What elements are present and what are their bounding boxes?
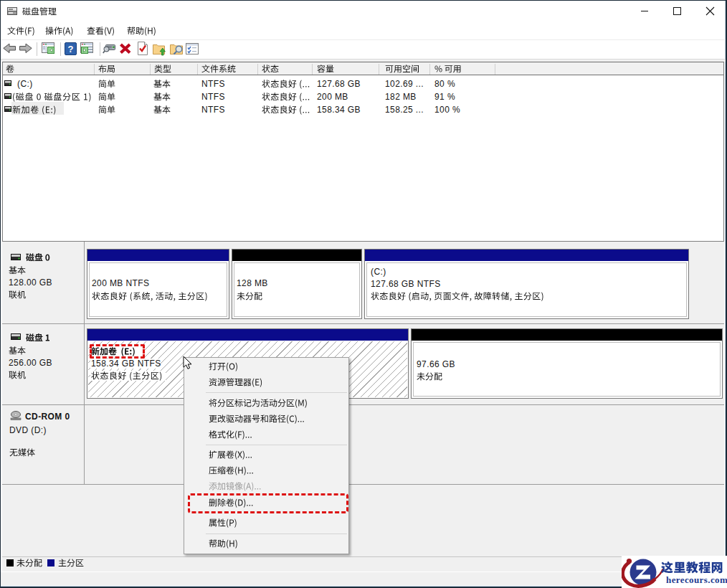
svg-text:?: ?	[68, 44, 74, 54]
